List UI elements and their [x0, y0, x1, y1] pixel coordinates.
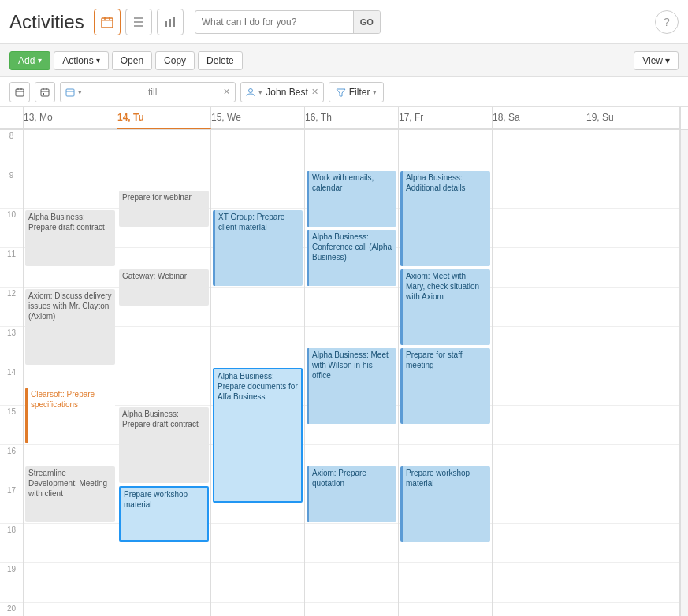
- day-column-2: XT Group: Prepare client materialAlpha B…: [211, 130, 305, 616]
- prev-period-btn[interactable]: [9, 82, 30, 102]
- event-e14[interactable]: Axiom: Prepare quotation: [307, 466, 396, 522]
- event-e18[interactable]: Prepare workshop material: [400, 466, 490, 542]
- event-e16[interactable]: Axiom: Meet with Mary, check situation w…: [400, 269, 490, 345]
- event-e6[interactable]: Gateway: Webinar: [119, 269, 209, 306]
- hour-row[interactable]: [305, 130, 398, 169]
- event-e15[interactable]: Alpha Business: Additional details: [400, 171, 490, 266]
- hour-row[interactable]: [493, 406, 586, 445]
- user-clear-btn[interactable]: ✕: [311, 87, 318, 97]
- hour-row[interactable]: [211, 563, 304, 603]
- hour-row[interactable]: [586, 288, 679, 327]
- search-input[interactable]: [195, 17, 353, 28]
- day-header-sat: 18, Sa: [493, 107, 586, 129]
- hour-row[interactable]: [586, 209, 679, 248]
- event-e10[interactable]: Alpha Business: Prepare documents for Al…: [213, 368, 303, 503]
- calendar-view-btn[interactable]: [94, 9, 121, 35]
- view-button[interactable]: View ▾: [634, 51, 679, 70]
- hour-row[interactable]: [305, 288, 398, 327]
- hour-row[interactable]: [24, 524, 117, 563]
- day-column-0: Alpha Business: Prepare draft contractAx…: [24, 130, 117, 616]
- date-clear-btn[interactable]: ✕: [223, 87, 230, 97]
- filter-button[interactable]: Filter ▾: [329, 82, 385, 102]
- actions-button[interactable]: Actions ▾: [54, 51, 108, 70]
- date-from-input[interactable]: 10/13/2014: [85, 87, 145, 98]
- hour-row[interactable]: [24, 169, 117, 209]
- hour-row[interactable]: [586, 524, 679, 563]
- hour-row[interactable]: [493, 603, 586, 616]
- hour-row[interactable]: [117, 563, 210, 603]
- hour-row[interactable]: [399, 563, 492, 603]
- hour-row[interactable]: [305, 524, 398, 563]
- hour-row[interactable]: [586, 484, 679, 524]
- hour-row[interactable]: [493, 524, 586, 563]
- hour-row[interactable]: [493, 248, 586, 288]
- hour-row[interactable]: [493, 366, 586, 406]
- event-e4[interactable]: Streamline Development: Meeting with cli…: [25, 466, 115, 522]
- hour-row[interactable]: [211, 603, 304, 616]
- day-header-mon: 13, Mo: [24, 107, 117, 129]
- hour-row[interactable]: [24, 603, 117, 616]
- hour-row[interactable]: [586, 406, 679, 445]
- hour-row[interactable]: [493, 445, 586, 484]
- hour-row[interactable]: [493, 130, 586, 169]
- hour-row[interactable]: [399, 603, 492, 616]
- event-e8[interactable]: Prepare workshop material: [119, 486, 209, 542]
- event-e13[interactable]: Alpha Business: Meet with Wilson in his …: [307, 348, 396, 424]
- event-e17[interactable]: Prepare for staff meeting: [400, 348, 490, 424]
- event-e1[interactable]: Alpha Business: Prepare draft contract: [25, 210, 115, 266]
- hour-row[interactable]: [117, 327, 210, 366]
- hour-row[interactable]: [211, 524, 304, 563]
- search-go-btn[interactable]: GO: [353, 10, 380, 34]
- svg-rect-8: [169, 19, 171, 27]
- date-dropdown-arrow[interactable]: ▾: [78, 88, 82, 96]
- hour-row[interactable]: [586, 445, 679, 484]
- hour-row[interactable]: [586, 366, 679, 406]
- event-e3[interactable]: Clearsoft: Prepare specifications: [25, 388, 115, 443]
- hour-row[interactable]: [493, 169, 586, 209]
- hour-row[interactable]: [117, 366, 210, 406]
- hour-row[interactable]: [493, 209, 586, 248]
- event-e7[interactable]: Alpha Business: Prepare draft contract: [119, 407, 209, 483]
- day-header-fri: 17, Fr: [399, 107, 493, 129]
- time-label-12: 12: [0, 288, 23, 327]
- delete-button[interactable]: Delete: [198, 51, 243, 70]
- date-to-input[interactable]: 10/19/2014: [160, 87, 220, 98]
- list-view-btn[interactable]: [125, 9, 152, 35]
- hour-row[interactable]: [586, 248, 679, 288]
- day-column-6: [586, 130, 680, 616]
- open-button[interactable]: Open: [112, 51, 152, 70]
- event-e9[interactable]: XT Group: Prepare client material: [213, 210, 303, 286]
- hour-row[interactable]: [586, 130, 679, 169]
- event-e5[interactable]: Prepare for webinar: [119, 191, 209, 227]
- hour-row[interactable]: [586, 563, 679, 603]
- hour-row[interactable]: [211, 169, 304, 209]
- hour-row[interactable]: [211, 130, 304, 169]
- hour-row[interactable]: [493, 288, 586, 327]
- hour-row[interactable]: [586, 327, 679, 366]
- next-period-btn[interactable]: [35, 82, 55, 102]
- event-e2[interactable]: Axiom: Discuss delivery issues with Mr. …: [25, 289, 115, 365]
- hour-row[interactable]: [211, 288, 304, 327]
- hour-row[interactable]: [117, 130, 210, 169]
- hour-row[interactable]: [493, 563, 586, 603]
- event-e11[interactable]: Work with emails, calendar: [307, 171, 396, 227]
- svg-rect-9: [173, 17, 175, 27]
- hour-row[interactable]: [305, 563, 398, 603]
- hour-row[interactable]: [586, 603, 679, 616]
- copy-button[interactable]: Copy: [155, 51, 195, 70]
- date-dropdown-arrow2[interactable]: ▾: [258, 88, 262, 96]
- chart-view-btn[interactable]: [157, 9, 184, 35]
- hour-row[interactable]: [305, 603, 398, 616]
- hour-row[interactable]: [493, 327, 586, 366]
- hour-row[interactable]: [493, 484, 586, 524]
- scrollbar[interactable]: [680, 130, 688, 616]
- hour-row[interactable]: [399, 130, 492, 169]
- event-e12[interactable]: Alpha Business: Conference call (Alpha B…: [307, 230, 396, 286]
- hour-row[interactable]: [117, 603, 210, 616]
- help-btn[interactable]: ?: [655, 10, 679, 34]
- hour-row[interactable]: [586, 169, 679, 209]
- hour-row[interactable]: [24, 563, 117, 603]
- hour-row[interactable]: [211, 327, 304, 366]
- hour-row[interactable]: [24, 130, 117, 169]
- add-button[interactable]: Add ▾: [9, 51, 50, 70]
